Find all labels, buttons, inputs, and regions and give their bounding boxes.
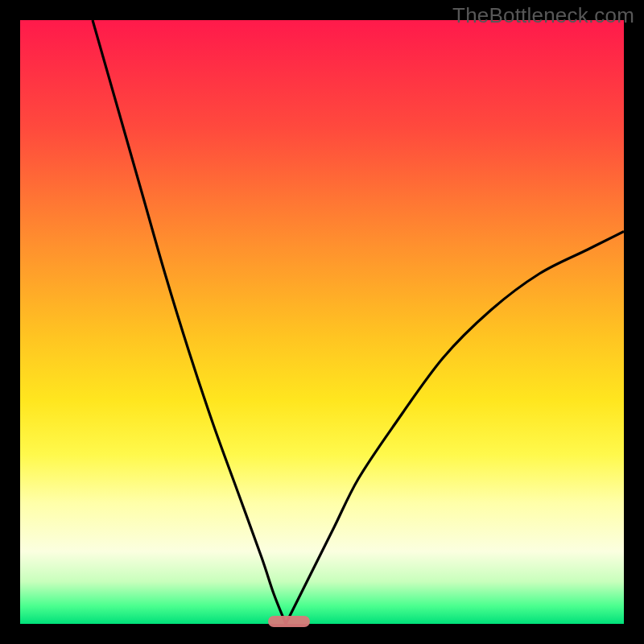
watermark-text: TheBottleneck.com <box>452 3 634 28</box>
optimal-marker <box>268 616 311 627</box>
right-curve <box>286 232 624 625</box>
plot-area <box>20 20 624 624</box>
chart-frame: TheBottleneck.com <box>0 0 644 644</box>
curve-layer <box>20 20 624 624</box>
left-curve <box>93 20 286 624</box>
